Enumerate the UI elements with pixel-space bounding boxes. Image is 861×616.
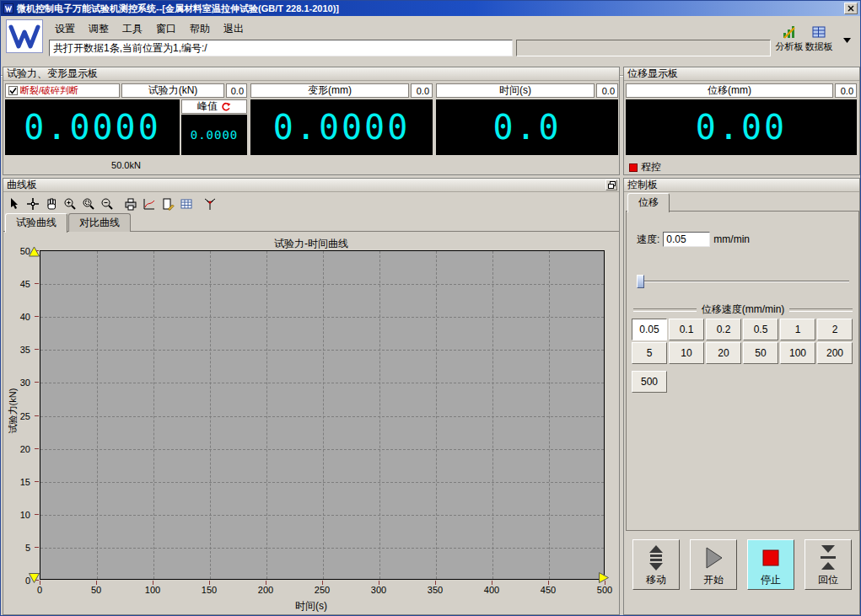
speed-preset-button[interactable]: 0.1 — [669, 319, 704, 340]
y-gridline — [40, 284, 604, 285]
x-tick-label: 450 — [535, 585, 561, 595]
speed-group-rule: 位移速度(mm/min) — [633, 303, 853, 317]
zoom-in-icon[interactable] — [61, 195, 79, 213]
speed-preset-button[interactable]: 100 — [780, 342, 815, 364]
chart-plot-area[interactable] — [40, 250, 605, 580]
x-gridline — [266, 251, 267, 579]
x-tick-mark — [492, 581, 492, 585]
force-header: 试验力(kN) — [121, 83, 224, 98]
menu-item-exit[interactable]: 退出 — [217, 19, 250, 39]
tab-compare-curve[interactable]: 对比曲线 — [68, 213, 131, 232]
speed-preset-button[interactable]: 1 — [780, 319, 815, 340]
x-tick-mark — [266, 581, 266, 585]
y-tick-mark — [35, 448, 39, 449]
y-max-handle-icon[interactable] — [29, 247, 40, 257]
speed-preset-button[interactable]: 500 — [632, 371, 667, 393]
data-board-button[interactable]: 数据板 — [804, 24, 833, 53]
home-icon — [817, 545, 839, 570]
select-cursor-icon[interactable] — [5, 195, 24, 213]
break-detect-option[interactable]: 断裂/破碎判断 — [5, 83, 120, 98]
speed-preset-button[interactable]: 0.5 — [743, 319, 778, 340]
control-mode-row: 程控 — [629, 160, 661, 174]
zoom-out-icon[interactable] — [98, 195, 116, 213]
status-field-secondary — [516, 40, 771, 56]
data-grid-icon[interactable] — [177, 195, 196, 213]
x-gridline — [97, 251, 98, 579]
analysis-board-button[interactable]: 分析板 — [775, 24, 804, 53]
close-button[interactable] — [844, 3, 858, 14]
tab-test-curve[interactable]: 试验曲线 — [5, 213, 67, 233]
analysis-board-icon — [782, 24, 797, 40]
move-button[interactable]: 移动 — [632, 539, 680, 590]
speed-slider[interactable] — [637, 274, 849, 289]
curve-edit-icon[interactable] — [140, 195, 159, 213]
speed-preset-grid: 0.05 0.1 0.2 0.5 1 2 5 10 20 50 100 200 … — [631, 318, 857, 394]
board-dropdown-button[interactable] — [841, 35, 853, 46]
stop-button[interactable]: 停止 — [747, 539, 794, 590]
time-header: 时间(s) — [436, 83, 595, 98]
x-tick-label: 0 — [27, 585, 52, 595]
home-button[interactable]: 回位 — [804, 539, 852, 590]
signal-icon[interactable] — [201, 195, 219, 213]
y-tick-label: 35 — [3, 345, 30, 355]
chart-title: 试验力-时间曲线 — [3, 237, 619, 251]
y-tick-mark — [35, 481, 39, 482]
force-display-body: 断裂/破碎判断 试验力(kN) 0.0 0.0000 峰值 0.0000 50.… — [3, 81, 619, 175]
speed-preset-button[interactable]: 5 — [632, 342, 667, 364]
menu-item-tools[interactable]: 工具 — [116, 19, 149, 39]
speed-preset-button[interactable]: 50 — [743, 342, 778, 364]
slider-track[interactable] — [637, 281, 849, 282]
speed-preset-button[interactable]: 0.05 — [632, 319, 667, 340]
speed-preset-button[interactable]: 0.2 — [706, 319, 741, 340]
data-board-label: 数据板 — [805, 41, 833, 51]
x-max-handle-icon[interactable] — [599, 572, 609, 583]
restore-window-icon — [608, 181, 616, 189]
speed-preset-button[interactable]: 10 — [669, 342, 704, 364]
x-tick-label: 500 — [592, 585, 617, 595]
x-tick-label: 100 — [140, 585, 165, 595]
deform-value-display: 0.0000 — [250, 99, 433, 155]
y-gridline — [40, 416, 604, 417]
start-button[interactable]: 开始 — [690, 539, 737, 590]
status-field[interactable]: 共打开数据1条,当前位置为1,编号:/ — [49, 40, 513, 56]
curve-panel-header: 曲线板 — [3, 179, 619, 192]
y-gridline — [40, 383, 604, 383]
peak-refresh-icon[interactable] — [221, 102, 231, 112]
report-icon[interactable] — [159, 195, 177, 213]
float-panel-button[interactable] — [605, 179, 617, 190]
print-icon[interactable] — [121, 195, 140, 213]
y-tick-label: 5 — [3, 543, 30, 553]
y-tick-label: 45 — [3, 279, 30, 289]
displacement-value-display: 0.00 — [626, 99, 857, 155]
force-value-display: 0.0000 — [5, 99, 180, 155]
y-tick-label: 15 — [3, 477, 30, 487]
break-detect-checkbox[interactable] — [8, 86, 18, 95]
speed-preset-button[interactable]: 200 — [817, 342, 853, 364]
peak-header-cell: 峰值 — [181, 99, 247, 114]
x-tick-mark — [379, 581, 379, 585]
time-aux-value: 0.0 — [596, 83, 618, 98]
home-button-label: 回位 — [818, 573, 838, 587]
x-tick-label: 400 — [479, 585, 504, 595]
program-control-label: 程控 — [641, 160, 661, 174]
menu-item-window[interactable]: 窗口 — [149, 19, 183, 39]
speed-input[interactable] — [663, 232, 710, 247]
menu-item-help[interactable]: 帮助 — [183, 19, 217, 39]
menu-item-adjust[interactable]: 调整 — [82, 19, 116, 39]
menu-item-settings[interactable]: 设置 — [48, 19, 82, 39]
x-gridline — [549, 251, 550, 579]
x-tick-label: 50 — [83, 585, 109, 595]
speed-preset-button[interactable]: 2 — [817, 319, 853, 340]
crosshair-icon[interactable] — [24, 195, 42, 213]
y-gridline — [40, 350, 604, 351]
tab-displacement[interactable]: 位移 — [627, 193, 670, 212]
zoom-window-icon[interactable] — [79, 195, 98, 213]
speed-unit-label: mm/min — [713, 233, 750, 245]
chart-x-axis-title: 时间(s) — [3, 599, 619, 613]
speed-preset-button[interactable]: 20 — [706, 342, 741, 364]
origin-handle-icon[interactable] — [29, 573, 40, 583]
slider-thumb[interactable] — [637, 275, 644, 288]
y-gridline — [40, 548, 604, 549]
speed-group-label: 位移速度(mm/min) — [702, 303, 785, 317]
pan-hand-icon[interactable] — [42, 195, 61, 213]
